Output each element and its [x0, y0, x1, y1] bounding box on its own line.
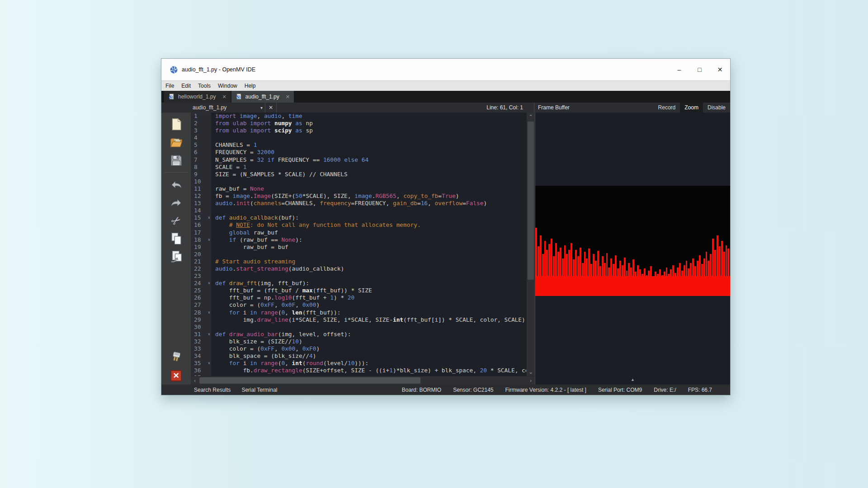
- frame-buffer-zoom-button[interactable]: Zoom: [680, 103, 703, 113]
- line-number: 10: [191, 178, 207, 185]
- status-serial-terminal[interactable]: Serial Terminal: [241, 387, 277, 393]
- tab-helloworld_1.py[interactable]: helloworld_1.py✕: [164, 91, 231, 103]
- line-number: 22: [191, 265, 207, 272]
- code-line-22: 22audio.start_streaming(audio_callback): [191, 265, 526, 272]
- fold-marker-icon[interactable]: ∨: [207, 214, 211, 221]
- line-number: 23: [191, 272, 207, 280]
- code-text: color = (0xFF, 0x0F, 0x00): [211, 301, 320, 309]
- fold-gutter: [207, 324, 211, 331]
- fold-marker-icon[interactable]: ∨: [207, 360, 211, 367]
- tab-close-icon[interactable]: ✕: [222, 94, 226, 100]
- fold-gutter: [207, 192, 211, 200]
- line-number: 2: [191, 120, 207, 127]
- frame-buffer-disable-button[interactable]: Disable: [703, 103, 730, 113]
- scroll-up-icon[interactable]: ⌃: [527, 113, 535, 121]
- line-number: 7: [191, 156, 207, 164]
- maximize-icon[interactable]: □: [689, 59, 710, 80]
- code-text: raw_buf = buf: [211, 244, 288, 251]
- fold-gutter: [207, 127, 211, 134]
- chevron-down-icon: ▾: [260, 105, 265, 110]
- scroll-down-icon[interactable]: ⌄: [527, 368, 535, 376]
- line-number: 1: [191, 113, 207, 120]
- copy-icon[interactable]: [167, 230, 185, 247]
- line-number: 16: [191, 221, 207, 229]
- code-line-18: 18∨ if (raw_buf == None):: [191, 236, 526, 244]
- code-text: FREQUENCY = 32000: [211, 149, 274, 156]
- code-text: raw_buf = None: [211, 185, 264, 192]
- minimize-icon[interactable]: –: [669, 59, 689, 80]
- fold-gutter: [207, 287, 211, 294]
- code-line-24: 24∨def draw_fft(img, fft_buf):: [191, 280, 526, 287]
- line-number: 26: [191, 294, 207, 301]
- disconnect-stop-icon[interactable]: ✕: [167, 367, 185, 384]
- code-line-9: 9SIZE = (N_SAMPLES * SCALE) // CHANNELS: [191, 171, 526, 178]
- line-number: 19: [191, 244, 207, 251]
- open-file-selector-label: audio_fft_1.py: [193, 104, 260, 111]
- panel-collapse-arrow-icon[interactable]: ▲: [535, 377, 730, 382]
- line-number: 20: [191, 251, 207, 258]
- undo-icon[interactable]: [167, 176, 185, 193]
- fold-gutter: [207, 367, 211, 374]
- fold-marker-icon[interactable]: ∨: [207, 309, 211, 316]
- status-fps: FPS: 66.7: [688, 387, 712, 393]
- cut-icon[interactable]: ✂: [167, 212, 185, 229]
- line-number: 28: [191, 309, 207, 316]
- code-line-28: 28∨ for i in range(0, len(fft_buf)):: [191, 309, 526, 316]
- save-icon[interactable]: [167, 152, 185, 169]
- menu-edit[interactable]: Edit: [178, 81, 194, 91]
- frame-buffer-panel: ▲: [535, 113, 730, 385]
- open-folder-icon[interactable]: [167, 134, 185, 151]
- code-line-20: 20: [191, 251, 526, 258]
- vertical-scrollbar[interactable]: ⌃ ⌄: [526, 113, 535, 376]
- fold-marker-icon[interactable]: ∨: [207, 236, 211, 244]
- fold-gutter: [207, 221, 211, 229]
- code-editor[interactable]: 1import image, audio, time2from ulab imp…: [191, 113, 535, 376]
- window-title: audio_fft_1.py - OpenMV IDE: [182, 66, 255, 73]
- paste-icon[interactable]: [167, 248, 185, 265]
- fold-marker-icon[interactable]: ∨: [207, 331, 211, 338]
- code-line-2: 2from ulab import numpy as np: [191, 120, 526, 127]
- menu-help[interactable]: Help: [241, 81, 259, 91]
- line-number: 13: [191, 200, 207, 207]
- horizontal-scrollbar[interactable]: ‹ ›: [191, 376, 535, 385]
- fold-marker-icon[interactable]: ∨: [207, 280, 211, 287]
- redo-icon[interactable]: [167, 194, 185, 211]
- tab-close-icon[interactable]: ✕: [286, 94, 290, 100]
- fold-gutter: [207, 301, 211, 309]
- code-text: def draw_audio_bar(img, level, offset):: [211, 331, 351, 338]
- line-number: 32: [191, 338, 207, 345]
- line-number: 6: [191, 149, 207, 156]
- horizontal-scrollbar-thumb[interactable]: [199, 377, 420, 384]
- fold-gutter: [207, 294, 211, 301]
- tab-label: helloworld_1.py: [178, 94, 216, 100]
- code-text: audio.init(channels=CHANNELS, frequency=…: [211, 200, 487, 207]
- code-text: blk_size = (SIZE//10): [211, 338, 302, 345]
- main-content: ✂✕ 1import image, audio, time2from ulab …: [161, 113, 730, 385]
- close-file-button[interactable]: ✕: [265, 103, 277, 113]
- menu-file[interactable]: File: [162, 81, 178, 91]
- title-bar: audio_fft_1.py - OpenMV IDE – □ ✕: [161, 59, 730, 80]
- vertical-scrollbar-thumb[interactable]: [528, 122, 534, 280]
- fold-gutter: [207, 258, 211, 265]
- code-text: fb.draw_rectangle(SIZE+offset, SIZE - ((…: [211, 367, 526, 374]
- fold-gutter: [207, 207, 211, 214]
- code-lines: 1import image, audio, time2from ulab imp…: [191, 113, 526, 376]
- code-line-23: 23: [191, 272, 526, 280]
- code-line-32: 32 blk_size = (SIZE//10): [191, 338, 526, 345]
- connect-plug-icon[interactable]: [167, 349, 185, 366]
- new-file-icon[interactable]: [167, 116, 185, 133]
- line-number: 5: [191, 141, 207, 149]
- scroll-right-icon[interactable]: ›: [527, 376, 535, 385]
- status-sensor: Sensor: GC2145: [453, 387, 493, 393]
- close-icon[interactable]: ✕: [710, 59, 730, 80]
- fold-gutter: [207, 272, 211, 280]
- open-file-selector[interactable]: audio_fft_1.py ▾: [191, 103, 265, 113]
- menu-window[interactable]: Window: [214, 81, 241, 91]
- menu-tools[interactable]: Tools: [194, 81, 214, 91]
- tab-audio_fft_1.py[interactable]: audio_fft_1.py✕: [231, 91, 294, 103]
- status-search-results[interactable]: Search Results: [194, 387, 231, 393]
- scroll-left-icon[interactable]: ‹: [191, 376, 199, 385]
- code-text: fft_buf = np.log10(fft_buf + 1) * 20: [211, 294, 354, 301]
- code-text: audio.start_streaming(audio_callback): [211, 265, 344, 272]
- frame-buffer-record-button[interactable]: Record: [654, 103, 680, 113]
